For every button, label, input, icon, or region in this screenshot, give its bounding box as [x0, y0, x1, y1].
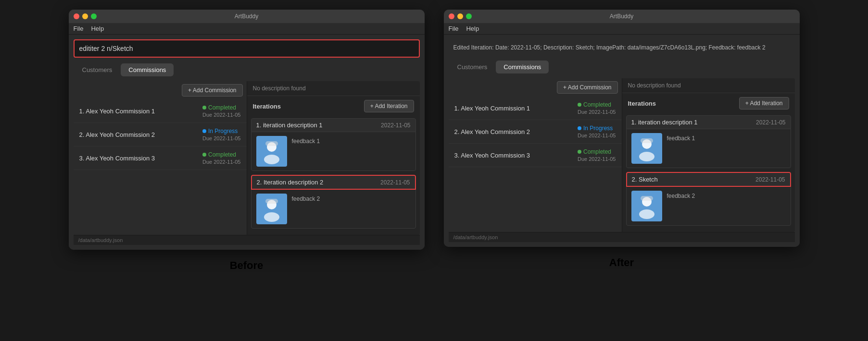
before-iteration-name-1: 1. iteration description 1 — [256, 122, 323, 129]
svg-point-10 — [639, 152, 654, 161]
after-iteration-name-2: 2. Sketch — [632, 176, 658, 183]
after-iteration-feedback-1: feedback 1 — [667, 133, 695, 142]
after-commission-status-2: In Progress Due 2022-11-05 — [578, 125, 616, 138]
after-commission-header: + Add Commission — [449, 78, 622, 97]
before-minimize-btn[interactable] — [82, 13, 88, 19]
before-menu-help[interactable]: Help — [91, 25, 104, 32]
before-no-description: No description found — [247, 81, 420, 96]
before-status-label-3: Completed — [208, 151, 236, 158]
before-commission-status-2: In Progress Due 2022-11-05 — [202, 128, 241, 141]
after-commission-name-1: 1. Alex Yeoh Commission 1 — [454, 105, 530, 112]
before-add-commission-btn[interactable]: + Add Commission — [182, 84, 242, 97]
before-commission-status-1: Completed Due 2022-11-05 — [202, 104, 241, 118]
after-minimize-btn[interactable] — [457, 13, 463, 19]
after-iteration-body-2: feedback 2 — [626, 187, 791, 226]
before-iteration-item-1: 1. iteration description 1 2022-11-05 — [251, 118, 416, 171]
comparison-container: ArtBuddy File Help Customers Commissions — [69, 10, 800, 272]
before-avatar-2-icon — [258, 195, 286, 223]
after-status-dot-3 — [578, 150, 581, 154]
after-iteration-header-1[interactable]: 1. iteration description 1 2022-11-05 — [626, 115, 791, 129]
after-window-controls — [449, 13, 472, 19]
before-tab-customers[interactable]: Customers — [75, 63, 120, 76]
after-commission-list: + Add Commission 1. Alex Yeoh Commission… — [449, 78, 622, 232]
before-commission-item-3[interactable]: 3. Alex Yeoh Commission 3 Completed Due … — [74, 146, 247, 170]
before-command-input[interactable] — [74, 39, 420, 58]
before-commission-list: + Add Commission 1. Alex Yeoh Commission… — [74, 81, 247, 235]
after-commission-name-3: 3. Alex Yeoh Commission 3 — [454, 152, 530, 159]
before-status-label-2: In Progress — [208, 128, 238, 134]
after-iteration-feedback-2: feedback 2 — [667, 191, 695, 199]
after-commission-item-1[interactable]: 1. Alex Yeoh Commission 1 Completed Due … — [449, 97, 622, 120]
after-iteration-date-1: 2022-11-05 — [756, 119, 785, 126]
before-tabs: Customers Commissions — [74, 63, 420, 76]
after-info-bar: Edited Iteration: Date: 2022-11-05; Desc… — [449, 39, 795, 56]
after-detail-panel: No description found Iterations + Add It… — [622, 78, 795, 232]
before-iteration-header-1[interactable]: 1. iteration description 1 2022-11-05 — [251, 118, 416, 132]
before-status-label-1: Completed — [208, 104, 236, 111]
after-tabs: Customers Commissions — [449, 61, 795, 73]
before-avatar-1-icon — [258, 137, 286, 165]
svg-point-14 — [639, 209, 654, 219]
after-status-label-1: Completed — [583, 101, 611, 108]
after-maximize-btn[interactable] — [466, 13, 472, 19]
after-iteration-item-1: 1. iteration description 1 2022-11-05 — [626, 115, 791, 168]
after-no-description: No description found — [622, 78, 795, 93]
after-iteration-header-2[interactable]: 2. Sketch 2022-11-05 — [626, 172, 791, 187]
after-status-date-1: Due 2022-11-05 — [578, 109, 616, 115]
after-add-commission-btn[interactable]: + Add Commission — [557, 81, 617, 94]
after-tab-customers[interactable]: Customers — [450, 61, 495, 73]
after-commission-item-3[interactable]: 3. Alex Yeoh Commission 3 Completed Due … — [449, 144, 622, 167]
before-window-controls — [74, 13, 97, 19]
before-tab-commissions[interactable]: Commissions — [121, 63, 174, 76]
after-window: ArtBuddy File Help Edited Iteration: Dat… — [444, 10, 800, 247]
before-window-content: Customers Commissions + Add Commission — [69, 35, 425, 250]
before-commission-name-1: 1. Alex Yeoh Commission 1 — [79, 108, 155, 115]
after-window-content: Edited Iteration: Date: 2022-11-05; Desc… — [444, 35, 800, 247]
after-status-label-3: Completed — [583, 148, 611, 155]
after-tab-commissions[interactable]: Commissions — [496, 61, 549, 73]
after-commission-item-2[interactable]: 2. Alex Yeoh Commission 2 In Progress Du… — [449, 120, 622, 144]
before-iteration-image-2 — [256, 194, 287, 224]
before-panel-wrapper: ArtBuddy File Help Customers Commissions — [69, 10, 425, 272]
after-commission-status-3: Completed Due 2022-11-05 — [578, 148, 616, 162]
before-iterations-label: Iterations — [253, 103, 281, 110]
before-window-title: ArtBuddy — [235, 13, 258, 20]
before-status-dot-3 — [202, 153, 206, 157]
before-titlebar: ArtBuddy — [69, 10, 425, 23]
before-close-btn[interactable] — [74, 13, 79, 19]
after-panel-wrapper: ArtBuddy File Help Edited Iteration: Dat… — [444, 10, 800, 269]
after-status-label-2: In Progress — [583, 125, 613, 132]
after-window-title: ArtBuddy — [610, 13, 633, 20]
after-main-layout: + Add Commission 1. Alex Yeoh Commission… — [449, 78, 795, 232]
after-status-date-2: Due 2022-11-05 — [578, 133, 616, 138]
before-detail-panel: No description found Iterations + Add It… — [247, 81, 420, 235]
before-menu-file[interactable]: File — [74, 25, 84, 32]
before-status-dot-2 — [202, 129, 206, 133]
before-iteration-body-1: feedback 1 — [251, 132, 416, 171]
before-iteration-image-1 — [256, 136, 287, 167]
svg-rect-11 — [641, 138, 653, 143]
before-maximize-btn[interactable] — [91, 13, 97, 19]
after-menu-file[interactable]: File — [449, 25, 459, 32]
after-bottom-bar: /data/artbuddy.json — [449, 232, 795, 242]
after-menu-help[interactable]: Help — [466, 25, 479, 32]
before-iteration-header-2[interactable]: 2. Iteration description 2 2022-11-05 — [251, 175, 416, 190]
before-commission-item-1[interactable]: 1. Alex Yeoh Commission 1 Completed Due … — [74, 99, 247, 123]
before-commission-item-2[interactable]: 2. Alex Yeoh Commission 2 In Progress Du… — [74, 123, 247, 146]
before-commission-name-2: 2. Alex Yeoh Commission 2 — [79, 131, 155, 138]
before-iteration-date-2: 2022-11-05 — [380, 179, 410, 186]
after-add-iteration-btn[interactable]: + Add Iteration — [739, 97, 789, 110]
before-iteration-feedback-2: feedback 2 — [292, 194, 320, 202]
after-iteration-name-1: 1. iteration description 1 — [631, 119, 698, 126]
after-status-date-3: Due 2022-11-05 — [578, 156, 616, 162]
before-add-iteration-btn[interactable]: + Add Iteration — [364, 100, 414, 112]
svg-rect-15 — [641, 196, 653, 201]
after-iterations-label: Iterations — [628, 100, 656, 107]
after-avatar-2-icon — [633, 192, 661, 220]
before-commission-status-3: Completed Due 2022-11-05 — [202, 151, 241, 165]
before-bottom-bar: /data/artbuddy.json — [74, 235, 420, 245]
after-iteration-body-1: feedback 1 — [626, 129, 791, 168]
before-iteration-date-1: 2022-11-05 — [381, 122, 410, 129]
after-close-btn[interactable] — [449, 13, 454, 19]
after-status-dot-1 — [578, 103, 581, 107]
